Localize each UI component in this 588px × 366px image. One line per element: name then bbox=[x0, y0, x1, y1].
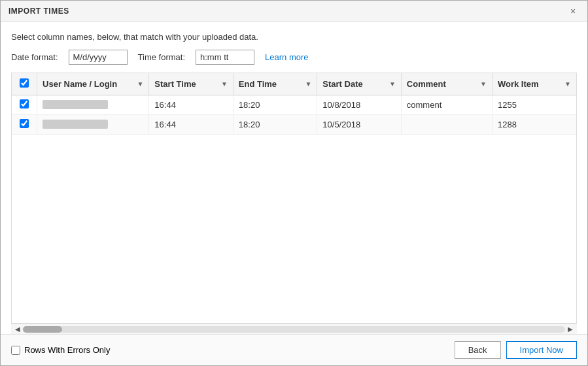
close-button[interactable]: × bbox=[566, 5, 579, 18]
col-header-username: User Name / Login ▼ bbox=[37, 73, 149, 95]
table-row: XXXXXXXXXX16:4418:2010/5/20181288 bbox=[12, 115, 576, 135]
row-work-item-cell: 1288 bbox=[492, 115, 576, 135]
dialog-title: IMPORT TIMES bbox=[9, 7, 69, 16]
col-header-start-time: Start Time ▼ bbox=[149, 73, 233, 95]
row-end-time-cell: 18:20 bbox=[233, 115, 317, 135]
row-0-checkbox[interactable] bbox=[20, 99, 29, 108]
row-work-item-cell: 1255 bbox=[492, 95, 576, 115]
title-bar: IMPORT TIMES × bbox=[1, 1, 587, 22]
col-header-comment: Comment ▼ bbox=[401, 73, 492, 95]
date-format-input[interactable] bbox=[69, 50, 128, 65]
start-date-col-dropdown-icon[interactable]: ▼ bbox=[389, 80, 396, 88]
end-time-col-dropdown-icon[interactable]: ▼ bbox=[305, 80, 311, 88]
rows-errors-filter: Rows With Errors Only bbox=[11, 345, 110, 355]
scrollbar-thumb[interactable] bbox=[23, 326, 62, 333]
learn-more-link[interactable]: Learn more bbox=[265, 52, 308, 62]
row-end-time-cell: 18:20 bbox=[233, 95, 317, 115]
table-row: XXXXXXXXXX16:4418:2010/8/2018comment1255 bbox=[12, 95, 576, 115]
scrollbar-track[interactable] bbox=[23, 326, 565, 333]
row-start-date-cell: 10/8/2018 bbox=[317, 95, 401, 115]
table-header-row: User Name / Login ▼ Start Time ▼ bbox=[12, 73, 576, 95]
col-header-checkbox bbox=[12, 73, 37, 95]
row-start-date-cell: 10/5/2018 bbox=[317, 115, 401, 135]
date-format-label: Date format: bbox=[11, 52, 58, 62]
rows-errors-checkbox[interactable] bbox=[11, 346, 20, 355]
comment-col-dropdown-icon[interactable]: ▼ bbox=[480, 80, 487, 88]
back-button[interactable]: Back bbox=[455, 341, 501, 359]
row-1-checkbox[interactable] bbox=[20, 119, 29, 128]
row-comment-cell: comment bbox=[401, 95, 492, 115]
username-blurred: XXXXXXXXXX bbox=[43, 100, 108, 109]
col-header-work-item: Work Item ▼ bbox=[492, 73, 576, 95]
row-checkbox-cell bbox=[12, 95, 37, 115]
dialog-footer: Rows With Errors Only Back Import Now bbox=[1, 334, 587, 365]
start-time-col-dropdown-icon[interactable]: ▼ bbox=[221, 80, 228, 88]
horizontal-scrollbar[interactable]: ◀ ▶ bbox=[11, 324, 577, 334]
import-now-button[interactable]: Import Now bbox=[506, 341, 577, 359]
row-checkbox-cell bbox=[12, 115, 37, 135]
username-blurred: XXXXXXXXXX bbox=[43, 120, 108, 129]
row-start-time-cell: 16:44 bbox=[149, 95, 233, 115]
data-table-container: User Name / Login ▼ Start Time ▼ bbox=[11, 73, 577, 324]
username-col-dropdown-icon[interactable]: ▼ bbox=[137, 80, 143, 88]
format-row: Date format: Time format: Learn more bbox=[11, 50, 577, 65]
data-table: User Name / Login ▼ Start Time ▼ bbox=[12, 73, 576, 135]
col-header-end-time: End Time ▼ bbox=[233, 73, 317, 95]
col-header-start-date: Start Date ▼ bbox=[317, 73, 401, 95]
row-username-cell: XXXXXXXXXX bbox=[37, 115, 149, 135]
instruction-text: Select column names, below, that match w… bbox=[11, 32, 577, 42]
import-times-dialog: IMPORT TIMES × Select column names, belo… bbox=[0, 0, 588, 366]
scroll-left-arrow[interactable]: ◀ bbox=[12, 325, 23, 333]
dialog-body: Select column names, below, that match w… bbox=[1, 22, 587, 334]
row-username-cell: XXXXXXXXXX bbox=[37, 95, 149, 115]
work-item-col-dropdown-icon[interactable]: ▼ bbox=[564, 80, 571, 88]
time-format-label: Time format: bbox=[138, 52, 185, 62]
footer-buttons: Back Import Now bbox=[455, 341, 577, 359]
row-comment-cell bbox=[401, 115, 492, 135]
scroll-right-arrow[interactable]: ▶ bbox=[565, 325, 576, 333]
rows-errors-label: Rows With Errors Only bbox=[24, 345, 110, 355]
row-start-time-cell: 16:44 bbox=[149, 115, 233, 135]
time-format-input[interactable] bbox=[196, 50, 254, 65]
select-all-checkbox[interactable] bbox=[20, 78, 29, 88]
